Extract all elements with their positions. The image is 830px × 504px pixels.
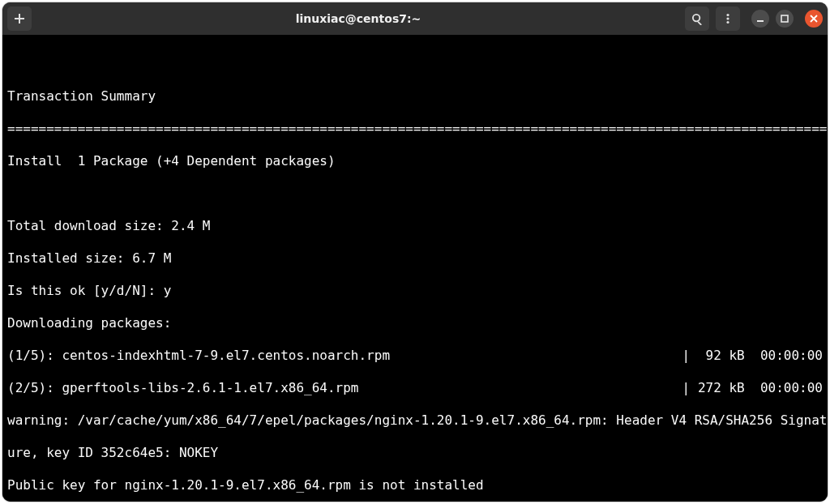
minimize-button[interactable] — [751, 10, 769, 28]
prompt-answer: y — [164, 283, 172, 298]
svg-point-5 — [726, 17, 729, 19]
transaction-summary-heading: Transaction Summary — [7, 88, 823, 105]
minimize-icon — [755, 14, 765, 23]
new-tab-button[interactable] — [7, 6, 32, 31]
menu-button[interactable] — [716, 6, 740, 31]
svg-point-6 — [726, 21, 729, 23]
plus-icon — [14, 13, 25, 24]
svg-rect-1 — [15, 18, 24, 19]
svg-point-2 — [692, 14, 699, 20]
warning-line-cont: ure, key ID 352c64e5: NOKEY — [7, 445, 823, 461]
downloading-heading: Downloading packages: — [7, 315, 823, 331]
download-row: (1/5): centos-indexhtml-7-9.el7.centos.n… — [7, 348, 823, 364]
prompt-question: Is this ok [y/d/N]: — [7, 283, 164, 298]
svg-rect-3 — [697, 21, 701, 25]
kebab-menu-icon — [722, 13, 734, 24]
confirm-prompt-1: Is this ok [y/d/N]: y — [7, 283, 823, 299]
installed-size: Installed size: 6.7 M — [7, 250, 823, 267]
search-icon — [691, 13, 704, 25]
blank-line — [7, 56, 823, 72]
pkg-stats: | 92 kB 00:00:00 — [682, 348, 823, 364]
svg-rect-7 — [757, 20, 764, 22]
blank-line — [7, 186, 823, 202]
pkg-name: (2/5): gperftools-libs-2.6.1-1.el7.x86_6… — [7, 380, 358, 396]
svg-point-4 — [726, 14, 729, 16]
svg-rect-8 — [781, 15, 788, 22]
terminal-output[interactable]: Transaction Summary ====================… — [2, 35, 828, 502]
warning-line: warning: /var/cache/yum/x86_64/7/epel/pa… — [7, 412, 823, 429]
close-icon — [810, 15, 818, 23]
maximize-button[interactable] — [776, 10, 794, 28]
close-button[interactable] — [805, 10, 823, 28]
terminal-window: linuxiac@centos7:~ Transaction Summary =… — [2, 2, 828, 502]
total-download-size: Total download size: 2.4 M — [7, 218, 823, 234]
titlebar: linuxiac@centos7:~ — [2, 2, 828, 35]
install-line: Install 1 Package (+4 Dependent packages… — [7, 153, 823, 169]
pkg-stats: | 272 kB 00:00:00 — [682, 380, 823, 396]
pkg-name: (1/5): centos-indexhtml-7-9.el7.centos.n… — [7, 348, 390, 364]
maximize-icon — [780, 14, 789, 23]
window-title: linuxiac@centos7:~ — [32, 12, 685, 25]
search-button[interactable] — [685, 6, 709, 31]
download-row: (2/5): gperftools-libs-2.6.1-1.el7.x86_6… — [7, 380, 823, 396]
divider: ========================================… — [7, 121, 823, 137]
pubkey-missing: Public key for nginx-1.20.1-9.el7.x86_64… — [7, 477, 823, 493]
